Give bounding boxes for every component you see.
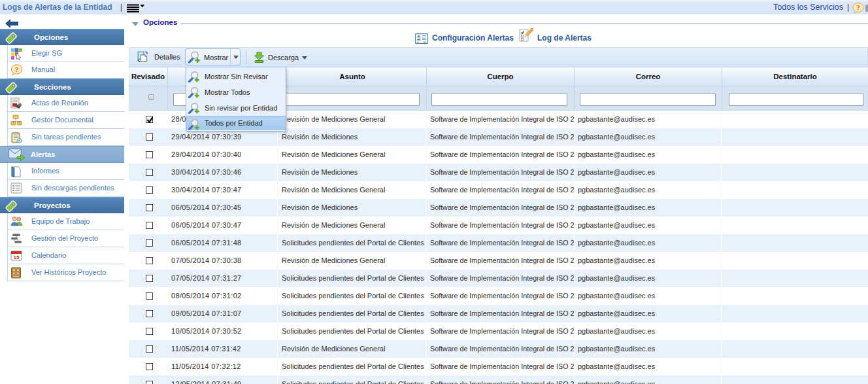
svg-text:?: ? — [856, 3, 860, 11]
svg-text:?: ? — [15, 65, 19, 73]
svg-text:15: 15 — [14, 254, 20, 260]
